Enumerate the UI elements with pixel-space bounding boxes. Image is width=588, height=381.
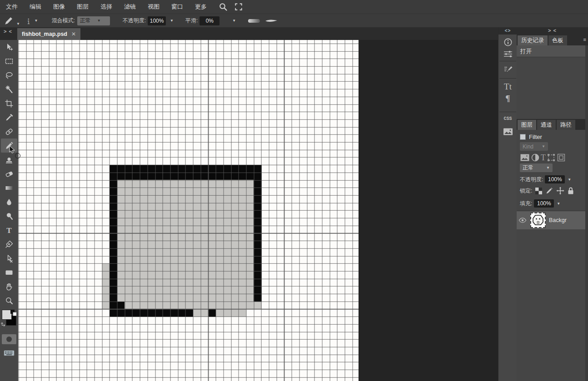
paragraph-panel-icon[interactable]: ¶ — [498, 94, 517, 104]
document-tab[interactable]: fishbot_map.psd ✕ — [17, 28, 80, 40]
healing-brush-tool[interactable] — [1, 124, 17, 139]
opacity-label: 不透明度: — [123, 17, 146, 25]
pixel-cell — [223, 218, 231, 226]
fullscreen-icon[interactable] — [232, 0, 245, 14]
layer-filter-kind-select[interactable]: Kind ▼ — [520, 142, 548, 151]
default-colors-icon[interactable] — [10, 310, 17, 316]
pixel-cell — [231, 302, 239, 309]
lock-pixels-icon[interactable] — [545, 187, 553, 195]
pixel-cell — [125, 309, 132, 317]
menu-image[interactable]: 图像 — [47, 0, 71, 14]
panel-menu-icon[interactable]: ≡ — [583, 37, 586, 42]
tab-channels[interactable]: 通道 — [537, 120, 556, 130]
opacity-dropdown-icon[interactable]: ▼ — [168, 19, 175, 23]
pixel-cell — [117, 279, 125, 287]
active-tool-icon[interactable]: ▼ — [4, 16, 22, 26]
tab-swatches[interactable]: 色板 — [548, 35, 567, 45]
pixel-cell — [231, 248, 239, 256]
layer-row-background[interactable]: Backgr — [517, 211, 585, 229]
pixel-cell — [155, 203, 163, 211]
collapse-panels-toggle[interactable]: > < — [517, 27, 588, 35]
zoom-tool[interactable] — [1, 293, 17, 307]
smoothing-dropdown-icon[interactable]: ▼ — [230, 19, 238, 23]
pixel-cell — [110, 241, 117, 248]
opacity-input[interactable]: 100% — [148, 16, 166, 25]
close-icon[interactable]: ✕ — [71, 31, 76, 37]
brush-settings-icon[interactable] — [498, 64, 517, 74]
blend-mode-select[interactable]: 正常 ▼ — [77, 16, 110, 25]
eyedropper-tool[interactable] — [1, 110, 17, 124]
pressure-opacity-icon[interactable] — [248, 19, 260, 23]
pixel-cell — [200, 256, 208, 263]
lasso-tool[interactable] — [1, 68, 17, 82]
pixel-cell — [208, 165, 216, 173]
collapse-toolstrip-toggle[interactable]: > < — [4, 29, 12, 34]
swap-colors-icon[interactable] — [1, 321, 6, 327]
rect-select-tool[interactable] — [1, 54, 17, 68]
pressure-size-icon[interactable] — [265, 19, 278, 23]
filter-smart-objects-icon[interactable] — [557, 153, 566, 162]
menu-more[interactable]: 更多 — [189, 0, 213, 14]
layer-blend-mode-select[interactable]: 正常 ▼ — [520, 163, 553, 172]
eraser-tool[interactable] — [1, 167, 17, 181]
shape-tool[interactable] — [1, 265, 17, 279]
character-panel-icon[interactable]: Tt — [498, 82, 517, 92]
menu-select[interactable]: 选择 — [95, 0, 118, 14]
crop-tool[interactable] — [1, 96, 17, 110]
brush-preset-arrow-icon[interactable]: ▼ — [32, 19, 40, 23]
pixel-cell — [147, 188, 155, 195]
quick-mask-button[interactable] — [2, 334, 16, 344]
dodge-tool[interactable] — [1, 209, 17, 223]
filter-type-layers-icon[interactable]: T — [541, 153, 546, 162]
pixel-cell — [193, 263, 201, 271]
tool-preset-arrow-icon[interactable]: ▼ — [15, 22, 22, 26]
lock-all-icon[interactable] — [567, 187, 574, 195]
magic-wand-tool[interactable] — [1, 82, 17, 96]
smoothing-input[interactable]: 0% — [199, 16, 219, 25]
opacity-arrow-icon[interactable]: ▼ — [568, 178, 571, 182]
brush-preview[interactable]: • 1 — [27, 17, 30, 25]
menu-edit[interactable]: 编辑 — [24, 0, 47, 14]
pen-tool[interactable] — [1, 237, 17, 251]
document-canvas[interactable] — [18, 40, 359, 381]
tab-history[interactable]: 历史记录 — [518, 35, 548, 45]
pixel-cell — [163, 302, 170, 309]
pixel-cell — [117, 173, 125, 180]
blur-tool[interactable] — [1, 195, 17, 209]
keyboard-shortcuts-button[interactable] — [2, 348, 16, 358]
tab-paths[interactable]: 路径 — [557, 120, 575, 130]
filter-shape-layers-icon[interactable] — [547, 153, 556, 162]
layer-opacity-input[interactable]: 100% — [545, 175, 565, 183]
adjustments-icon[interactable] — [498, 50, 517, 58]
collapse-iconstrip-toggle[interactable]: <> — [498, 27, 517, 35]
type-tool[interactable]: T — [1, 223, 17, 237]
layer-visibility-eye-icon[interactable] — [517, 217, 528, 223]
menu-layer[interactable]: 图层 — [71, 0, 95, 14]
image-panel-icon[interactable] — [498, 127, 517, 136]
filter-pixel-layers-icon[interactable] — [520, 153, 530, 162]
pixel-cell — [110, 203, 117, 211]
info-icon[interactable] — [498, 37, 517, 47]
history-entry-open[interactable]: 打开 — [517, 45, 588, 57]
hand-tool[interactable] — [1, 279, 17, 293]
path-select-tool[interactable] — [1, 251, 17, 265]
gradient-tool[interactable] — [1, 181, 17, 195]
pixel-cell — [185, 248, 193, 256]
pixel-cell — [239, 263, 246, 271]
tab-layers[interactable]: 图层 — [518, 120, 536, 130]
filter-adjustment-layers-icon[interactable] — [531, 153, 540, 162]
move-tool[interactable] — [1, 40, 17, 54]
lock-transparency-icon[interactable] — [535, 187, 543, 195]
menu-window[interactable]: 窗口 — [165, 0, 189, 14]
lock-position-icon[interactable] — [556, 187, 564, 195]
search-icon[interactable] — [216, 0, 230, 14]
menu-filter[interactable]: 滤镜 — [118, 0, 142, 14]
layer-filter-checkbox[interactable] — [520, 134, 526, 140]
panel-scrollbar-track[interactable] — [585, 45, 588, 381]
pixel-cell — [216, 256, 224, 263]
fill-arrow-icon[interactable]: ▼ — [557, 202, 560, 206]
layer-fill-input[interactable]: 100% — [534, 199, 554, 208]
menu-view[interactable]: 视图 — [142, 0, 165, 14]
menu-file[interactable]: 文件 — [0, 0, 24, 14]
css-panel-icon[interactable]: CSS — [498, 116, 517, 121]
